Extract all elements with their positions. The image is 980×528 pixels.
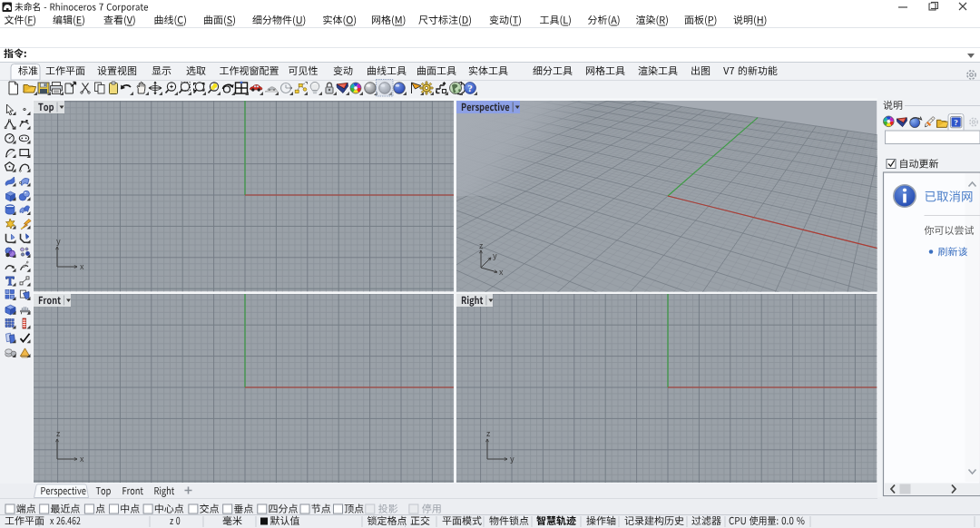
svg-text:?: ? <box>954 118 958 127</box>
svg-text:?: ? <box>467 83 473 93</box>
